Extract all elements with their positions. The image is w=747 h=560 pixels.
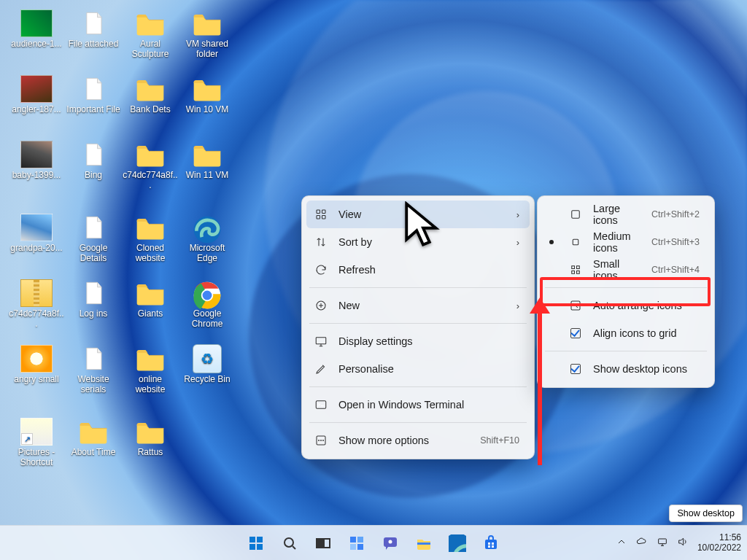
menu-item[interactable]: Open in Windows Terminal — [306, 391, 530, 419]
desktop-icon[interactable]: Website serials — [66, 344, 121, 395]
menu-item[interactable]: Auto arrange icons — [542, 292, 710, 319]
selected-bullet-icon — [549, 240, 558, 244]
svg-rect-21 — [249, 544, 255, 550]
desktop-icon[interactable]: Aural Sculpture — [123, 9, 178, 60]
desktop-icon[interactable]: Log ins — [66, 279, 121, 319]
menu-item[interactable]: Personalise — [306, 355, 530, 383]
clock-date: 10/02/2022 — [697, 543, 741, 553]
menu-item-label: Large icons — [593, 203, 641, 226]
chevron-right-icon: › — [516, 237, 519, 248]
desktop-icon[interactable]: Microsoft Edge — [179, 213, 235, 264]
auto-icon — [568, 299, 583, 312]
desktop-icon[interactable]: About Time — [66, 417, 121, 458]
chevron-right-icon: › — [516, 300, 519, 311]
thumb-icon — [19, 9, 54, 38]
folder-icon — [133, 344, 168, 373]
desktop-icon-label: Website serials — [66, 375, 121, 395]
menu-item-accelerator: Ctrl+Shift+2 — [651, 209, 700, 219]
checkbox-icon — [568, 364, 583, 374]
menu-item-accelerator: Shift+F10 — [480, 435, 519, 446]
menu-item[interactable]: Show more optionsShift+F10 — [306, 427, 530, 454]
svg-rect-10 — [316, 401, 326, 409]
svg-rect-17 — [577, 271, 580, 274]
menu-item-accelerator: Ctrl+Shift+3 — [651, 237, 700, 247]
svg-rect-24 — [317, 539, 322, 548]
svg-rect-6 — [317, 216, 320, 219]
onedrive-icon[interactable] — [636, 536, 648, 550]
desktop-icon[interactable]: Bank Dets — [123, 74, 178, 115]
desktop-icon[interactable]: Giants — [123, 279, 178, 319]
desktop-icon[interactable]: Rattus — [123, 417, 178, 458]
svg-rect-4 — [317, 210, 320, 214]
svg-rect-7 — [322, 216, 326, 219]
desktop-icon[interactable]: Google Details — [66, 213, 121, 264]
desktop-icon-label: Microsoft Edge — [179, 244, 235, 264]
taskbar-store-button[interactable] — [476, 529, 506, 558]
desktop-icon[interactable]: Bing — [66, 140, 121, 181]
volume-icon[interactable] — [677, 536, 689, 550]
folder-icon — [133, 74, 168, 104]
desktop-icon-label: Pictures - Shortcut — [9, 448, 64, 468]
svg-rect-13 — [573, 239, 578, 245]
menu-item[interactable]: View› — [306, 201, 530, 228]
desktop-icon[interactable]: angler-187... — [9, 74, 64, 115]
menu-item[interactable]: Align icons to grid — [542, 319, 710, 347]
menu-item-label: Refresh — [338, 264, 519, 276]
desktop-icon[interactable]: Win 11 VM — [179, 140, 235, 181]
system-tray[interactable]: 11:56 10/02/2022 — [616, 533, 741, 553]
desktop-icon-label: VM shared folder — [179, 39, 235, 60]
menu-item-label: Auto arrange icons — [593, 300, 700, 311]
recycle-icon — [190, 344, 225, 373]
desktop-icon[interactable]: Google Chrome — [179, 279, 235, 330]
file-icon — [76, 213, 111, 242]
desktop-icon[interactable]: online website — [123, 344, 178, 395]
desktop-icon[interactable]: c74dc774a8f... — [9, 279, 64, 330]
svg-rect-37 — [488, 545, 490, 548]
menu-item[interactable]: Large iconsCtrl+Shift+2 — [542, 201, 710, 228]
folder-icon — [190, 74, 225, 104]
plus-icon — [314, 299, 328, 312]
desktop-icon[interactable]: VM shared folder — [179, 9, 235, 60]
taskbar-edge-button[interactable] — [443, 529, 472, 558]
svg-rect-15 — [577, 266, 580, 269]
md-icon — [568, 236, 583, 249]
menu-item[interactable]: Show desktop icons — [542, 355, 710, 383]
menu-item-label: Show desktop icons — [593, 363, 700, 375]
folder-icon — [133, 9, 168, 38]
desktop-icon[interactable]: baby-1399... — [9, 140, 64, 181]
taskbar-widgets-button[interactable] — [342, 529, 371, 558]
desktop-icon-label: angry small — [9, 375, 64, 385]
menu-item[interactable]: Sort by› — [306, 228, 530, 256]
desktop-icon[interactable]: Cloned website — [123, 213, 178, 264]
desktop-icon-label: online website — [123, 375, 178, 395]
menu-item[interactable]: Display settings — [306, 327, 530, 355]
taskbar-explorer-button[interactable] — [409, 529, 438, 558]
taskbar-chat-button[interactable] — [376, 529, 405, 558]
network-icon[interactable] — [657, 536, 668, 550]
taskbar-taskview-button[interactable] — [309, 529, 338, 558]
desktop-icon-label: angler-187... — [9, 105, 64, 115]
menu-item[interactable]: Medium iconsCtrl+Shift+3 — [542, 228, 710, 256]
menu-item[interactable]: Small iconsCtrl+Shift+4 — [542, 256, 710, 284]
taskbar-clock[interactable]: 11:56 10/02/2022 — [697, 533, 741, 553]
desktop-icon[interactable]: angry small — [9, 344, 64, 385]
desktop-icon[interactable]: File attached — [66, 9, 121, 50]
desktop-icon[interactable]: c74dc774a8f... — [123, 140, 178, 191]
view-submenu: Large iconsCtrl+Shift+2Medium iconsCtrl+… — [537, 195, 715, 388]
svg-point-23 — [285, 538, 293, 547]
svg-rect-12 — [572, 211, 580, 219]
menu-item[interactable]: New› — [306, 292, 530, 319]
tray-chevron-icon[interactable] — [616, 536, 627, 550]
desktop-icon[interactable]: Pictures - Shortcut — [9, 417, 64, 468]
svg-rect-36 — [492, 542, 494, 545]
desktop-icon[interactable]: grandpa-20... — [9, 213, 64, 254]
svg-rect-14 — [572, 266, 575, 269]
desktop-icon[interactable]: audience-1... — [9, 9, 64, 50]
taskbar-search-button[interactable] — [275, 529, 304, 558]
svg-rect-26 — [350, 537, 356, 542]
desktop-icon[interactable]: Important File — [66, 74, 121, 115]
menu-item[interactable]: Refresh — [306, 256, 530, 284]
desktop-icon[interactable]: Win 10 VM — [179, 74, 235, 115]
taskbar-start-button[interactable] — [241, 529, 271, 558]
desktop-icon[interactable]: Recycle Bin — [179, 344, 235, 385]
